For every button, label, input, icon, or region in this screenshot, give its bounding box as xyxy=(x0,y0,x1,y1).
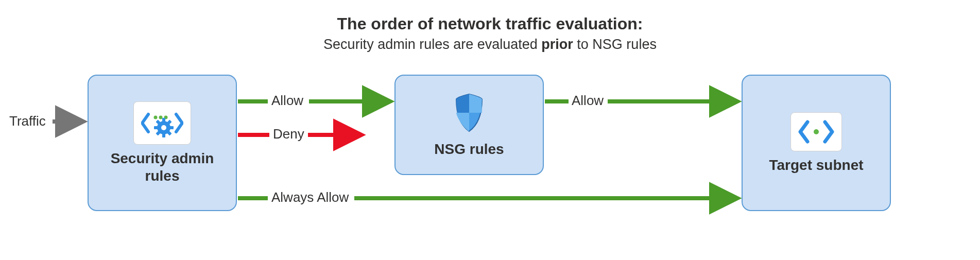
security-admin-icon xyxy=(141,107,183,139)
svg-point-0 xyxy=(154,115,158,119)
svg-rect-6 xyxy=(154,126,158,129)
node-security-admin-label: Security admin rules xyxy=(99,150,226,184)
security-admin-icon-box xyxy=(133,101,191,145)
arrow-always-allow-label: Always Allow xyxy=(271,189,349,205)
svg-point-1 xyxy=(159,115,163,119)
node-security-admin-rules: Security admin rules xyxy=(88,75,237,211)
node-target-label: Target subnet xyxy=(769,157,863,174)
arrow-deny-label: Deny xyxy=(273,126,304,142)
target-subnet-icon-box xyxy=(790,112,842,151)
shield-icon xyxy=(451,92,487,135)
arrow-allow1-label: Allow xyxy=(271,93,303,109)
node-target-subnet: Target subnet xyxy=(742,75,891,211)
svg-rect-7 xyxy=(169,126,174,129)
svg-rect-4 xyxy=(162,118,165,122)
node-nsg-rules: NSG rules xyxy=(394,75,544,175)
node-nsg-label: NSG rules xyxy=(434,141,504,158)
subnet-icon xyxy=(798,118,834,146)
diagram-canvas: Traffic xyxy=(0,0,980,260)
svg-rect-5 xyxy=(162,133,165,137)
svg-point-12 xyxy=(161,125,166,130)
arrow-allow2-label: Allow xyxy=(572,93,604,109)
svg-point-13 xyxy=(814,129,819,134)
traffic-label: Traffic xyxy=(9,113,46,129)
